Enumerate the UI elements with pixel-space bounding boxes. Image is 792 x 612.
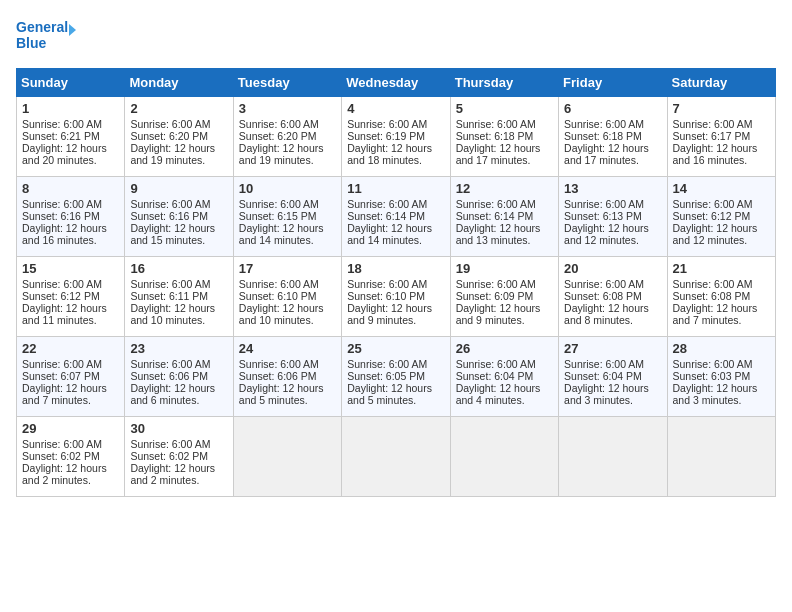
sunrise-text: Sunrise: 6:00 AM [673,198,770,210]
calendar-table: SundayMondayTuesdayWednesdayThursdayFrid… [16,68,776,497]
sunset-text: Sunset: 6:18 PM [564,130,661,142]
weekday-header-saturday: Saturday [667,69,775,97]
calendar-cell: 21Sunrise: 6:00 AMSunset: 6:08 PMDayligh… [667,257,775,337]
logo-svg: General Blue [16,16,76,56]
calendar-cell: 23Sunrise: 6:00 AMSunset: 6:06 PMDayligh… [125,337,233,417]
sunset-text: Sunset: 6:05 PM [347,370,444,382]
calendar-cell: 13Sunrise: 6:00 AMSunset: 6:13 PMDayligh… [559,177,667,257]
sunrise-text: Sunrise: 6:00 AM [564,278,661,290]
sunset-text: Sunset: 6:16 PM [130,210,227,222]
calendar-cell: 20Sunrise: 6:00 AMSunset: 6:08 PMDayligh… [559,257,667,337]
day-number: 30 [130,421,227,436]
daylight-text: Daylight: 12 hours and 13 minutes. [456,222,553,246]
sunset-text: Sunset: 6:06 PM [239,370,336,382]
daylight-text: Daylight: 12 hours and 16 minutes. [673,142,770,166]
sunrise-text: Sunrise: 6:00 AM [22,278,119,290]
sunrise-text: Sunrise: 6:00 AM [456,198,553,210]
sunset-text: Sunset: 6:03 PM [673,370,770,382]
sunset-text: Sunset: 6:02 PM [22,450,119,462]
day-number: 29 [22,421,119,436]
daylight-text: Daylight: 12 hours and 8 minutes. [564,302,661,326]
day-number: 10 [239,181,336,196]
daylight-text: Daylight: 12 hours and 17 minutes. [456,142,553,166]
sunset-text: Sunset: 6:14 PM [456,210,553,222]
day-number: 19 [456,261,553,276]
calendar-cell: 26Sunrise: 6:00 AMSunset: 6:04 PMDayligh… [450,337,558,417]
weekday-header-tuesday: Tuesday [233,69,341,97]
daylight-text: Daylight: 12 hours and 4 minutes. [456,382,553,406]
sunset-text: Sunset: 6:14 PM [347,210,444,222]
sunset-text: Sunset: 6:11 PM [130,290,227,302]
weekday-header-wednesday: Wednesday [342,69,450,97]
day-number: 27 [564,341,661,356]
daylight-text: Daylight: 12 hours and 9 minutes. [347,302,444,326]
day-number: 26 [456,341,553,356]
calendar-cell: 30Sunrise: 6:00 AMSunset: 6:02 PMDayligh… [125,417,233,497]
sunrise-text: Sunrise: 6:00 AM [564,358,661,370]
sunset-text: Sunset: 6:04 PM [456,370,553,382]
day-number: 22 [22,341,119,356]
day-number: 25 [347,341,444,356]
daylight-text: Daylight: 12 hours and 2 minutes. [22,462,119,486]
sunset-text: Sunset: 6:12 PM [673,210,770,222]
calendar-cell [450,417,558,497]
day-number: 6 [564,101,661,116]
calendar-cell: 24Sunrise: 6:00 AMSunset: 6:06 PMDayligh… [233,337,341,417]
sunset-text: Sunset: 6:18 PM [456,130,553,142]
daylight-text: Daylight: 12 hours and 6 minutes. [130,382,227,406]
sunrise-text: Sunrise: 6:00 AM [347,198,444,210]
sunset-text: Sunset: 6:10 PM [239,290,336,302]
sunrise-text: Sunrise: 6:00 AM [130,358,227,370]
day-number: 16 [130,261,227,276]
weekday-header-thursday: Thursday [450,69,558,97]
calendar-cell: 2Sunrise: 6:00 AMSunset: 6:20 PMDaylight… [125,97,233,177]
sunrise-text: Sunrise: 6:00 AM [347,358,444,370]
daylight-text: Daylight: 12 hours and 19 minutes. [239,142,336,166]
calendar-cell: 14Sunrise: 6:00 AMSunset: 6:12 PMDayligh… [667,177,775,257]
calendar-cell: 19Sunrise: 6:00 AMSunset: 6:09 PMDayligh… [450,257,558,337]
day-number: 18 [347,261,444,276]
sunset-text: Sunset: 6:07 PM [22,370,119,382]
day-number: 14 [673,181,770,196]
logo: General Blue [16,16,76,56]
weekday-header-friday: Friday [559,69,667,97]
sunrise-text: Sunrise: 6:00 AM [239,198,336,210]
sunset-text: Sunset: 6:12 PM [22,290,119,302]
day-number: 23 [130,341,227,356]
sunrise-text: Sunrise: 6:00 AM [673,278,770,290]
day-number: 5 [456,101,553,116]
calendar-cell: 4Sunrise: 6:00 AMSunset: 6:19 PMDaylight… [342,97,450,177]
day-number: 7 [673,101,770,116]
calendar-cell: 1Sunrise: 6:00 AMSunset: 6:21 PMDaylight… [17,97,125,177]
daylight-text: Daylight: 12 hours and 16 minutes. [22,222,119,246]
day-number: 21 [673,261,770,276]
day-number: 13 [564,181,661,196]
sunset-text: Sunset: 6:21 PM [22,130,119,142]
calendar-cell [233,417,341,497]
day-number: 9 [130,181,227,196]
calendar-cell: 28Sunrise: 6:00 AMSunset: 6:03 PMDayligh… [667,337,775,417]
daylight-text: Daylight: 12 hours and 2 minutes. [130,462,227,486]
sunrise-text: Sunrise: 6:00 AM [564,198,661,210]
sunrise-text: Sunrise: 6:00 AM [456,118,553,130]
sunrise-text: Sunrise: 6:00 AM [22,438,119,450]
sunset-text: Sunset: 6:06 PM [130,370,227,382]
day-number: 8 [22,181,119,196]
calendar-cell: 15Sunrise: 6:00 AMSunset: 6:12 PMDayligh… [17,257,125,337]
day-number: 1 [22,101,119,116]
calendar-cell: 29Sunrise: 6:00 AMSunset: 6:02 PMDayligh… [17,417,125,497]
day-number: 2 [130,101,227,116]
calendar-cell: 22Sunrise: 6:00 AMSunset: 6:07 PMDayligh… [17,337,125,417]
calendar-cell: 9Sunrise: 6:00 AMSunset: 6:16 PMDaylight… [125,177,233,257]
sunset-text: Sunset: 6:04 PM [564,370,661,382]
sunset-text: Sunset: 6:10 PM [347,290,444,302]
daylight-text: Daylight: 12 hours and 10 minutes. [239,302,336,326]
sunset-text: Sunset: 6:20 PM [239,130,336,142]
sunset-text: Sunset: 6:08 PM [673,290,770,302]
sunset-text: Sunset: 6:08 PM [564,290,661,302]
sunset-text: Sunset: 6:17 PM [673,130,770,142]
weekday-header-sunday: Sunday [17,69,125,97]
sunrise-text: Sunrise: 6:00 AM [564,118,661,130]
calendar-cell: 5Sunrise: 6:00 AMSunset: 6:18 PMDaylight… [450,97,558,177]
sunset-text: Sunset: 6:20 PM [130,130,227,142]
